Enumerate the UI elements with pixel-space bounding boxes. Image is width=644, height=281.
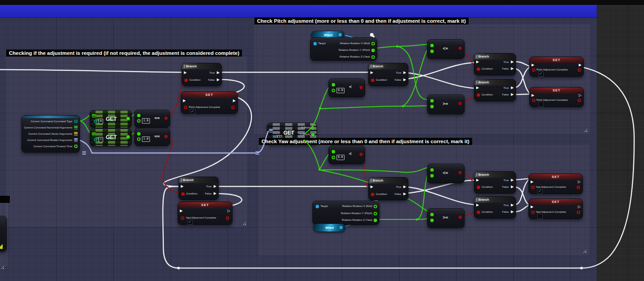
exec-out-pin[interactable]: ▶ <box>579 63 582 67</box>
value-field[interactable]: 1.0 <box>142 118 150 124</box>
target-pin[interactable] <box>316 205 319 208</box>
object-output-pin[interactable] <box>339 226 343 229</box>
timeout-time-pin[interactable] <box>74 145 78 148</box>
set-node[interactable]: SET ▶ ▷ Yaw Adjusment Complete <box>528 174 583 194</box>
current-command-node[interactable]: Current Command Command Type Current Com… <box>21 115 80 153</box>
bool-checkbox[interactable] <box>187 219 193 225</box>
exec-out-pin[interactable]: ▶ <box>233 99 236 103</box>
branch-node[interactable]: ⟨Branch ▶ Condition True ▶ False ▶ <box>179 177 219 200</box>
exec-in-pin[interactable]: ▶ <box>184 71 187 74</box>
input-pin-a[interactable] <box>332 83 335 87</box>
input-pin-a[interactable] <box>430 99 434 103</box>
pitch-output-pin[interactable] <box>371 49 375 52</box>
less-equal-node[interactable]: <= <box>427 39 465 59</box>
input-pin-b[interactable] <box>430 50 434 53</box>
set-node[interactable]: SET ▶ ▶ Pitch Adjusment Complete <box>181 91 238 114</box>
value-field[interactable]: 0.0 <box>337 88 345 93</box>
input-pin-b[interactable] <box>137 137 141 141</box>
result-pin[interactable] <box>458 46 462 50</box>
result-pin[interactable] <box>164 135 168 138</box>
input-pin-b[interactable] <box>430 105 434 108</box>
value-output-pin[interactable] <box>226 216 229 220</box>
exec-out-pin[interactable]: ▷ <box>228 209 230 213</box>
condition-pin[interactable] <box>477 186 480 189</box>
condition-pin[interactable] <box>477 67 480 71</box>
bool-checkbox[interactable] <box>190 109 195 114</box>
equal-node[interactable]: 1.0 == <box>134 128 170 146</box>
exec-out-pin[interactable]: ▷ <box>578 180 581 184</box>
result-pin[interactable] <box>458 215 462 219</box>
exec-in-pin[interactable]: ▶ <box>532 63 534 67</box>
blueprint-graph-editor[interactable]: Checking if the adjustment is required (… <box>0 0 644 281</box>
array-input-pin[interactable] <box>92 114 96 118</box>
value-output-pin[interactable] <box>231 106 235 109</box>
input-pin-b[interactable] <box>332 156 335 159</box>
index-pin[interactable] <box>94 120 97 123</box>
value-input-pin[interactable] <box>181 216 184 220</box>
false-exec-pin[interactable]: ▶ <box>511 185 514 189</box>
result-pin[interactable] <box>458 171 462 174</box>
branch-node[interactable]: ⟨Branch ▶ Condition True ▶ False ▶ <box>474 79 516 101</box>
input-pin-a[interactable] <box>430 168 434 172</box>
branch-node[interactable]: ⟨Branch ▶ Condition True ▶ False ▶ <box>474 196 516 219</box>
false-exec-pin[interactable]: ▶ <box>511 210 514 214</box>
set-node[interactable]: SET ▶ ▷ Yaw Adjusment Complete <box>178 202 233 225</box>
yaw-output-pin[interactable] <box>371 55 375 59</box>
true-exec-pin[interactable]: ▶ <box>403 71 406 74</box>
result-pin[interactable] <box>164 116 168 120</box>
input-pin-a[interactable] <box>332 150 335 153</box>
pitch-output-pin[interactable] <box>374 212 377 215</box>
yaw-output-pin[interactable] <box>374 219 377 222</box>
false-exec-pin[interactable]: ▶ <box>217 78 220 82</box>
input-pin-b[interactable] <box>332 89 335 92</box>
input-pin-a[interactable] <box>430 44 434 47</box>
exec-in-pin[interactable]: ▶ <box>370 71 373 74</box>
greater-equal-node[interactable]: >= <box>427 208 465 228</box>
condition-pin[interactable] <box>181 192 185 196</box>
result-pin[interactable] <box>359 153 363 156</box>
bool-checkbox[interactable] <box>538 71 544 77</box>
condition-pin[interactable] <box>184 79 188 82</box>
target-pin[interactable] <box>313 42 317 45</box>
result-pin[interactable] <box>458 102 462 105</box>
input-pin-b[interactable] <box>430 219 434 222</box>
false-exec-pin[interactable]: ▶ <box>511 67 514 70</box>
exec-in-pin[interactable]: ▶ <box>532 94 534 97</box>
value-output-pin[interactable] <box>577 211 580 214</box>
command-type-pin[interactable] <box>74 120 78 123</box>
index-value[interactable]: 0 <box>99 119 103 124</box>
less-than-node[interactable]: 0.0 < <box>328 145 365 164</box>
value-input-pin[interactable] <box>532 99 536 102</box>
object-output-pin[interactable] <box>338 33 342 37</box>
input-pin-b[interactable] <box>137 119 141 123</box>
greater-equal-node[interactable]: >= <box>427 95 465 114</box>
rotator-arguments-pin[interactable] <box>74 138 78 142</box>
vector-arguments-pin[interactable] <box>74 132 78 136</box>
result-pin[interactable] <box>359 86 363 89</box>
less-equal-node[interactable]: <= <box>427 164 465 183</box>
value-output-pin[interactable] <box>577 186 580 189</box>
branch-node[interactable]: ⟨Branch ▶ Condition True ▶ False ▶ <box>368 177 408 200</box>
array-input-pin[interactable] <box>92 132 96 136</box>
exec-in-pin[interactable]: ▶ <box>370 185 373 189</box>
input-pin-b[interactable] <box>430 174 434 178</box>
value-field[interactable]: 1.0 <box>142 136 150 142</box>
bool-checkbox[interactable] <box>538 102 544 107</box>
get-array-node[interactable]: 1 GET <box>90 128 132 146</box>
output-pin[interactable] <box>126 135 130 139</box>
false-exec-pin[interactable]: ▶ <box>214 192 216 195</box>
exec-in-pin[interactable]: ▶ <box>531 180 533 184</box>
exec-in-pin[interactable]: ▶ <box>476 203 479 207</box>
true-exec-pin[interactable]: ▶ <box>511 203 514 207</box>
index-pin[interactable] <box>94 138 97 141</box>
roll-output-pin[interactable] <box>374 205 377 208</box>
get-relative-rotation-node[interactable]: Target Relative Rotation X (Roll) Relati… <box>310 37 377 61</box>
wheel-variable-node[interactable]: Wheel <box>313 223 345 232</box>
exec-in-pin[interactable]: ▶ <box>180 209 183 213</box>
branch-node[interactable]: ⟨Branch ▶ Condition True ▶ False ▶ <box>182 63 222 86</box>
exec-out-pin[interactable]: ▷ <box>579 94 582 97</box>
true-exec-pin[interactable]: ▶ <box>511 178 514 182</box>
set-node[interactable]: SET ▶ ▷ Yaw Adjusment Complete <box>528 198 583 219</box>
exec-in-pin[interactable]: ▶ <box>183 99 186 103</box>
true-exec-pin[interactable]: ▶ <box>511 86 514 90</box>
